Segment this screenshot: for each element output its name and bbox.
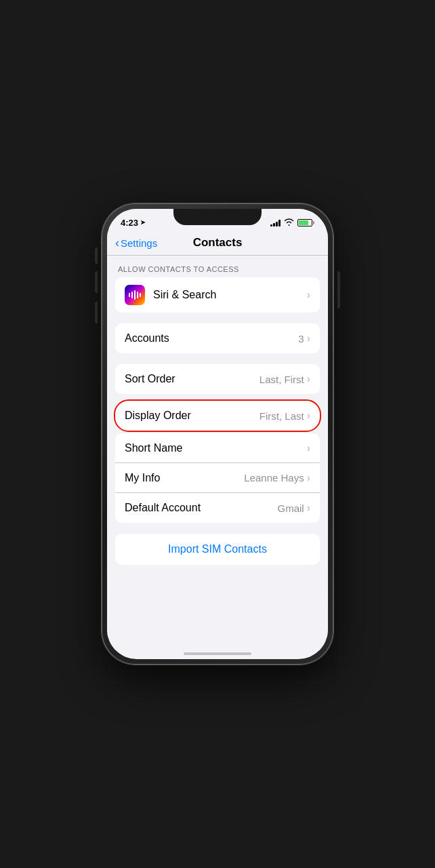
- short-name-row[interactable]: Short Name ›: [115, 433, 320, 463]
- my-info-value: Leanne Hays: [244, 472, 304, 484]
- display-order-value: First, Last: [260, 410, 304, 422]
- my-info-label: My Info: [125, 472, 244, 484]
- name-account-group: Short Name › My Info Leanne Hays › Defau…: [115, 433, 320, 523]
- siri-waveform: [129, 290, 141, 300]
- default-account-chevron-icon: ›: [307, 502, 310, 514]
- wifi-icon: [284, 218, 294, 227]
- status-icons: [270, 218, 314, 227]
- import-sim-group: Import SIM Contacts: [115, 534, 320, 565]
- location-arrow-icon: ➤: [140, 219, 146, 226]
- sort-order-value: Last, First: [260, 374, 304, 385]
- back-label: Settings: [121, 237, 157, 249]
- battery-icon: [297, 219, 314, 226]
- siri-search-row[interactable]: Siri & Search ›: [115, 277, 320, 313]
- chevron-left-icon: ‹: [115, 237, 119, 249]
- display-order-chevron-icon: ›: [307, 410, 310, 422]
- home-indicator: [184, 652, 251, 655]
- siri-search-label: Siri & Search: [153, 289, 307, 301]
- status-time: 4:23 ➤: [121, 218, 146, 228]
- display-order-inner: Display Order First, Last ›: [115, 401, 320, 431]
- accounts-row[interactable]: Accounts 3 ›: [115, 323, 320, 353]
- allow-contacts-header: ALLOW CONTACTS TO ACCESS: [107, 256, 328, 277]
- page-title: Contacts: [193, 236, 243, 250]
- accounts-label: Accounts: [125, 332, 298, 344]
- display-order-label: Display Order: [125, 410, 260, 422]
- my-info-chevron-icon: ›: [307, 472, 310, 484]
- my-info-row[interactable]: My Info Leanne Hays ›: [115, 463, 320, 493]
- short-name-label: Short Name: [125, 442, 307, 454]
- default-account-row[interactable]: Default Account Gmail ›: [115, 493, 320, 523]
- import-sim-row[interactable]: Import SIM Contacts: [115, 534, 320, 565]
- short-name-chevron-icon: ›: [307, 442, 310, 454]
- contacts-settings-group: Sort Order Last, First ›: [115, 364, 320, 394]
- signal-icon: [270, 219, 281, 226]
- navigation-bar: ‹ Settings Contacts: [107, 233, 328, 256]
- accounts-value: 3: [298, 333, 304, 344]
- display-order-highlighted[interactable]: Display Order First, Last ›: [114, 399, 321, 432]
- back-button[interactable]: ‹ Settings: [115, 237, 157, 249]
- time-display: 4:23: [121, 218, 138, 228]
- import-sim-label: Import SIM Contacts: [168, 543, 267, 555]
- siri-icon: [125, 285, 145, 305]
- default-account-label: Default Account: [125, 502, 278, 514]
- sort-order-chevron-icon: ›: [307, 373, 310, 385]
- accounts-group: Accounts 3 ›: [115, 323, 320, 353]
- sort-order-row[interactable]: Sort Order Last, First ›: [115, 364, 320, 394]
- sort-order-label: Sort Order: [125, 373, 260, 385]
- default-account-value: Gmail: [278, 502, 304, 514]
- accounts-chevron-icon: ›: [307, 332, 310, 344]
- siri-chevron-icon: ›: [307, 289, 310, 301]
- siri-search-group: Siri & Search ›: [115, 277, 320, 313]
- scroll-content: ALLOW CONTACTS TO ACCESS Siri & Search ›: [107, 256, 328, 650]
